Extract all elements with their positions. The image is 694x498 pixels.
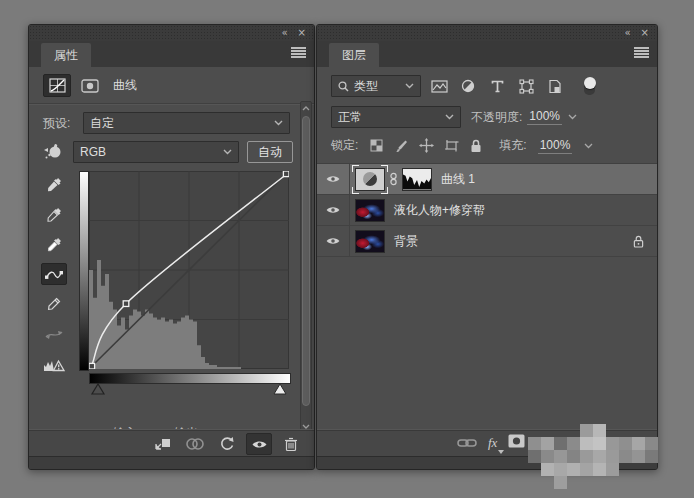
background-lock-icon[interactable] bbox=[633, 235, 644, 248]
lock-position-move-icon[interactable] bbox=[418, 138, 434, 154]
properties-scrollbar[interactable] bbox=[300, 101, 312, 433]
mosaic-cell bbox=[593, 450, 606, 463]
mosaic-cell bbox=[632, 437, 645, 450]
search-icon bbox=[338, 81, 349, 92]
curve-tools-column bbox=[39, 173, 69, 375]
layer-image-thumbnail[interactable] bbox=[355, 230, 385, 253]
filter-shape-icon[interactable] bbox=[515, 76, 537, 96]
blend-mode-dropdown[interactable]: 正常 bbox=[331, 106, 461, 128]
reset-icon[interactable] bbox=[214, 433, 240, 455]
shadow-input-slider[interactable] bbox=[92, 384, 104, 394]
previous-state-icon[interactable] bbox=[182, 433, 208, 455]
tab-properties[interactable]: 属性 bbox=[41, 43, 91, 67]
curves-grid-icon[interactable] bbox=[43, 74, 71, 97]
layer-name[interactable]: 背景 bbox=[394, 233, 418, 250]
layers-list: 曲线 1 液化人物+修穿帮 bbox=[317, 163, 657, 257]
chevron-down-icon bbox=[274, 120, 283, 126]
chevron-down-icon[interactable] bbox=[568, 114, 577, 120]
tab-layers[interactable]: 图层 bbox=[329, 43, 379, 67]
mosaic-cell bbox=[606, 463, 619, 476]
layer-mask-thumbnail[interactable] bbox=[402, 168, 432, 191]
fill-value[interactable]: 100% bbox=[538, 138, 573, 154]
preset-dropdown[interactable]: 自定 bbox=[83, 112, 290, 134]
layer-visibility-eye-icon[interactable] bbox=[317, 195, 350, 225]
collapse-panel-icon[interactable]: « bbox=[624, 28, 630, 38]
layer-name[interactable]: 液化人物+修穿帮 bbox=[394, 202, 485, 219]
layer-visibility-eye-icon[interactable] bbox=[317, 164, 350, 194]
gray-point-eyedropper-icon[interactable] bbox=[41, 203, 67, 225]
preset-row: 预设: 自定 bbox=[43, 112, 294, 134]
clip-to-layer-icon[interactable] bbox=[150, 433, 176, 455]
mosaic-cell bbox=[567, 437, 580, 450]
mosaic-cell bbox=[580, 424, 593, 437]
layers-panel-titlebar[interactable]: « × bbox=[317, 25, 657, 41]
mosaic-cell bbox=[580, 463, 593, 476]
visibility-eye-icon[interactable] bbox=[246, 433, 272, 455]
collapse-panel-icon[interactable]: « bbox=[281, 28, 287, 38]
layer-row-background[interactable]: 背景 bbox=[317, 226, 657, 257]
curve-grid[interactable] bbox=[89, 171, 289, 369]
filter-text-icon[interactable] bbox=[486, 76, 508, 96]
panel-bottom-edge[interactable] bbox=[29, 456, 314, 469]
photoshop-workspace: « × 属性 bbox=[0, 0, 694, 498]
white-point-eyedropper-icon[interactable] bbox=[41, 233, 67, 255]
curve-control-point[interactable] bbox=[123, 301, 129, 307]
chevron-down-icon[interactable] bbox=[584, 143, 593, 149]
filter-type-dropdown[interactable]: 类型 bbox=[331, 75, 421, 97]
mosaic-cell bbox=[541, 437, 554, 450]
lock-label: 锁定: bbox=[331, 137, 358, 154]
filter-smart-object-icon[interactable] bbox=[544, 76, 566, 96]
mosaic-cell bbox=[619, 450, 632, 463]
mosaic-cell bbox=[619, 437, 632, 450]
mask-properties-icon[interactable] bbox=[78, 75, 102, 96]
channel-row: RGB 自动 bbox=[43, 141, 294, 163]
mosaic-cell bbox=[606, 437, 619, 450]
preset-label: 预设: bbox=[43, 115, 83, 132]
channel-dropdown[interactable]: RGB bbox=[73, 141, 239, 163]
panel-menu-icon[interactable] bbox=[634, 47, 649, 58]
panel-menu-icon[interactable] bbox=[291, 47, 306, 58]
layer-image-thumbnail[interactable] bbox=[355, 199, 385, 222]
black-point-eyedropper-icon[interactable] bbox=[41, 173, 67, 195]
lock-all-icon[interactable] bbox=[468, 138, 484, 154]
mask-link-icon[interactable] bbox=[390, 172, 397, 186]
lock-row: 锁定: 填充: 100% bbox=[331, 137, 645, 154]
scroll-up-icon[interactable] bbox=[302, 102, 310, 114]
auto-button[interactable]: 自动 bbox=[247, 141, 293, 163]
lock-transparency-icon[interactable] bbox=[368, 138, 384, 154]
input-sliders bbox=[89, 383, 289, 395]
targeted-adjustment-icon[interactable] bbox=[43, 142, 65, 162]
layer-style-fx-icon[interactable]: fx bbox=[488, 435, 497, 451]
add-mask-icon[interactable] bbox=[508, 434, 525, 452]
pencil-icon[interactable] bbox=[41, 293, 67, 315]
clipping-warning-icon[interactable] bbox=[41, 353, 67, 375]
lock-artboard-icon[interactable] bbox=[443, 138, 459, 154]
layer-row-liquify[interactable]: 液化人物+修穿帮 bbox=[317, 195, 657, 226]
highlight-input-slider[interactable] bbox=[274, 384, 286, 394]
delete-trash-icon[interactable] bbox=[278, 433, 304, 455]
curve-control-point[interactable] bbox=[283, 171, 289, 177]
layer-row-curves[interactable]: 曲线 1 bbox=[317, 164, 657, 195]
mosaic-cell bbox=[593, 437, 606, 450]
filter-image-icon[interactable] bbox=[428, 76, 450, 96]
close-panel-icon[interactable]: × bbox=[298, 28, 306, 38]
curve-control-point[interactable] bbox=[89, 363, 95, 369]
mosaic-cell bbox=[645, 437, 658, 450]
filter-toggle-switch[interactable] bbox=[583, 77, 596, 96]
chevron-down-icon bbox=[405, 83, 414, 89]
layer-visibility-eye-icon[interactable] bbox=[317, 226, 350, 256]
filter-adjustment-icon[interactable] bbox=[457, 76, 479, 96]
lock-pixels-brush-icon[interactable] bbox=[393, 138, 409, 154]
opacity-value[interactable]: 100% bbox=[527, 109, 562, 125]
link-layers-icon[interactable] bbox=[457, 434, 477, 452]
channel-value: RGB bbox=[80, 145, 218, 159]
adjustment-thumbnail-selected[interactable] bbox=[355, 168, 385, 191]
mosaic-cell bbox=[645, 450, 658, 463]
mosaic-cell bbox=[541, 463, 554, 476]
properties-panel-titlebar[interactable]: « × bbox=[29, 25, 314, 41]
smooth-curve-icon[interactable] bbox=[41, 323, 67, 345]
close-panel-icon[interactable]: × bbox=[641, 28, 649, 38]
scrollbar-thumb[interactable] bbox=[302, 116, 310, 406]
layer-name[interactable]: 曲线 1 bbox=[441, 171, 475, 188]
edit-points-curve-icon[interactable] bbox=[41, 263, 67, 285]
